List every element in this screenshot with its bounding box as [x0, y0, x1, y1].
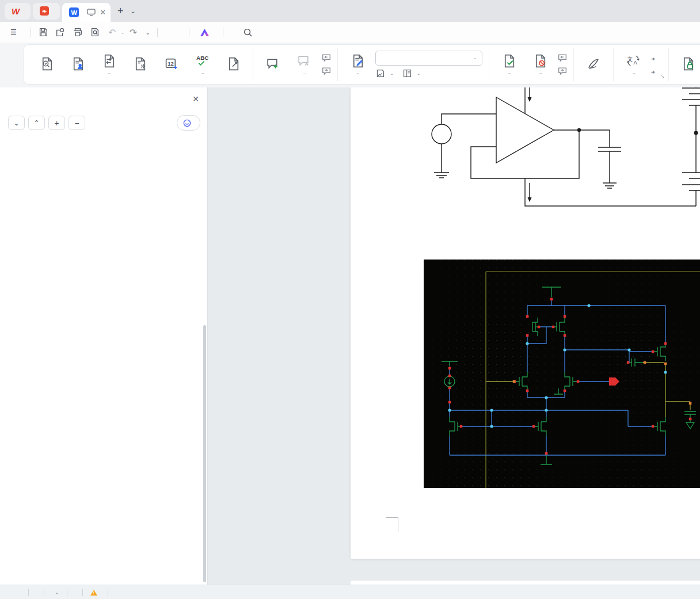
export-button[interactable]	[52, 25, 69, 39]
tab-list-chevron-icon[interactable]: ⌄	[128, 7, 138, 15]
compare-button[interactable]: ⌄	[93, 52, 124, 78]
wps-ai-button[interactable]	[200, 28, 212, 37]
quickbar-chevron-icon[interactable]: ⌄	[142, 29, 153, 36]
svg-text:12: 12	[168, 60, 173, 66]
proofread-button[interactable]	[31, 55, 62, 75]
file-menu-button[interactable]: ☰	[0, 28, 27, 36]
insert-comment-icon	[266, 56, 280, 71]
tab-wps-office[interactable]: W	[5, 3, 31, 20]
search-icon[interactable]	[239, 25, 257, 39]
next-change-icon[interactable]	[557, 67, 568, 75]
wps-ai-icon	[200, 28, 210, 37]
ai-polish-button[interactable]	[218, 55, 249, 75]
next-page-edge	[351, 581, 700, 585]
navigation-sidebar: ✕ ⌄ ⌃ + −	[0, 87, 208, 585]
word-doc-icon: W	[69, 7, 79, 17]
delete-comment-button[interactable]: ⌄	[288, 52, 319, 78]
toc-collapse-all-button[interactable]: −	[69, 116, 85, 130]
figure-opamp-circuit[interactable]	[351, 87, 700, 241]
spellcheck-indicator[interactable]: ⌄	[52, 590, 59, 596]
sidebar-scrollbar[interactable]	[203, 325, 206, 582]
accept-button[interactable]: ⌄	[493, 52, 524, 78]
reject-button[interactable]: ⌄	[524, 52, 556, 78]
sidebar-tabs	[0, 87, 207, 112]
print-button[interactable]	[69, 25, 86, 39]
read-aloud-button[interactable]	[124, 55, 155, 75]
svg-text:A: A	[633, 59, 637, 65]
restrict-editing-button[interactable]	[673, 55, 700, 75]
hamburger-icon: ☰	[10, 28, 17, 36]
reject-icon	[533, 54, 547, 68]
chevron-down-icon: ⌄	[473, 56, 477, 60]
accept-icon	[502, 54, 516, 68]
delete-comment-icon	[297, 54, 311, 68]
markup-state-dropdown[interactable]: ⌄	[375, 51, 482, 66]
window-tab-bar: W ❧ W ✕ + ⌄	[0, 0, 700, 22]
review-pane-button[interactable]: ⌄	[402, 68, 421, 78]
redo-icon[interactable]: ↷	[124, 25, 142, 39]
word-count-icon: 12	[164, 56, 178, 71]
ai-polish-icon	[226, 56, 241, 71]
save-button[interactable]	[35, 25, 52, 39]
toc-list	[0, 138, 203, 585]
compare-icon	[102, 54, 116, 68]
chevron-down-icon: ⌄	[356, 71, 360, 75]
show-markup-icon	[375, 68, 385, 78]
smart-toc-icon	[183, 119, 191, 127]
wps-window: W ❧ W ✕ + ⌄ ☰ ↶ ⌄ ↷ ⌄	[0, 0, 700, 599]
monitor-icon[interactable]	[87, 9, 96, 16]
chevron-down-icon: ⌄	[55, 590, 59, 595]
chevron-down-icon: ⌄	[538, 71, 543, 75]
read-aloud-icon	[133, 56, 147, 71]
expand-icon[interactable]: ↘	[660, 74, 665, 79]
schematic-image[interactable]	[424, 260, 700, 488]
chevron-down-icon: ⌄	[507, 71, 512, 75]
docer-icon: ❧	[40, 6, 49, 16]
standard-review-icon	[71, 56, 85, 71]
word-count-button[interactable]: 12	[155, 55, 187, 75]
missing-font-warning[interactable]	[90, 590, 100, 596]
track-changes-button[interactable]: ⌄	[342, 52, 373, 78]
track-changes-icon	[351, 54, 365, 68]
toc-controls: ⌄ ⌃ + −	[0, 112, 207, 131]
proofread-icon	[40, 56, 54, 71]
to-traditional-button[interactable]: ➜	[651, 54, 657, 62]
spell-check-button[interactable]: ABC ⌄	[187, 52, 218, 78]
previous-change-icon[interactable]	[557, 54, 568, 62]
wps-logo-icon: W	[12, 6, 20, 16]
print-preview-button[interactable]	[86, 25, 104, 39]
restrict-editing-icon	[681, 56, 695, 71]
ink-pen-button[interactable]	[578, 55, 609, 75]
toc-expand-all-button[interactable]: +	[48, 116, 65, 130]
to-simplified-icon: ➜	[651, 67, 655, 75]
document-canvas	[208, 87, 700, 585]
previous-comment-icon[interactable]	[321, 54, 332, 62]
new-tab-button[interactable]: +	[113, 5, 128, 17]
svg-text:ABC: ABC	[196, 55, 208, 61]
review-pane-icon	[402, 68, 412, 78]
to-simplified-button[interactable]: ➜	[651, 67, 657, 75]
chevron-down-icon: ⌄	[417, 71, 421, 76]
insert-comment-button[interactable]	[257, 55, 288, 75]
close-icon[interactable]: ✕	[100, 8, 106, 17]
toc-expand-up-button[interactable]: ⌃	[28, 116, 45, 130]
translate-icon: 文A	[626, 54, 641, 68]
next-comment-icon[interactable]	[321, 67, 332, 75]
toc-collapse-button[interactable]: ⌄	[8, 116, 25, 130]
spell-check-icon: ABC	[195, 54, 210, 68]
to-traditional-icon: ➜	[651, 54, 655, 62]
tab-docer-templates[interactable]: ❧	[33, 3, 60, 20]
smart-toc-button[interactable]	[177, 115, 200, 131]
standard-review-button[interactable]	[62, 55, 93, 75]
chevron-down-icon: ⌄	[390, 71, 394, 76]
translate-button[interactable]: 文A ⌄	[618, 52, 649, 78]
show-markup-button[interactable]: ⌄	[375, 68, 394, 78]
undo-icon[interactable]: ↶	[104, 25, 121, 39]
status-bar: ⌄	[0, 585, 700, 599]
sidebar-close-icon[interactable]: ✕	[192, 94, 199, 104]
undo-chevron-icon[interactable]: ⌄	[121, 30, 125, 35]
chevron-down-icon: ⌄	[200, 71, 205, 75]
ribbon: ⌄ 12 ABC ⌄ ⌄	[0, 43, 700, 87]
page-margin-corner	[386, 517, 398, 532]
tab-document[interactable]: W ✕	[62, 3, 111, 22]
